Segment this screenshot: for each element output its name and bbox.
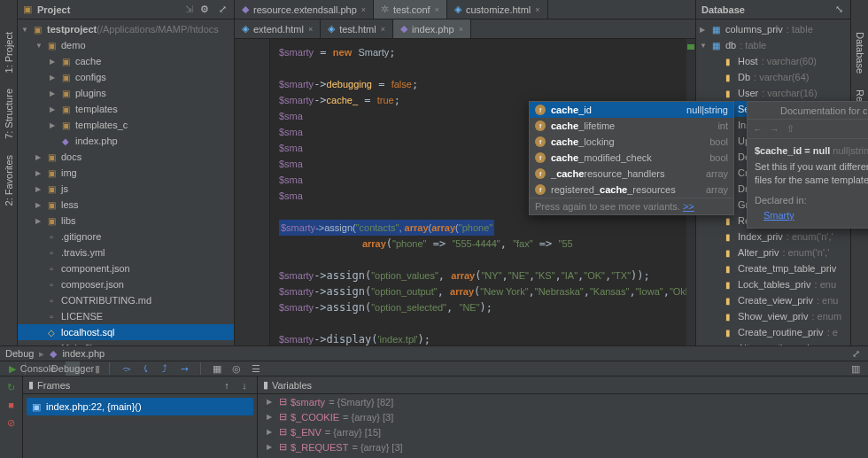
tree-row[interactable]: ▶▣less — [18, 197, 234, 213]
collapse-icon[interactable]: ⤡ — [833, 4, 845, 15]
left-tool-strip: 1: Project 7: Structure 2: Favorites — [0, 0, 18, 345]
gear-icon[interactable]: ⚙ — [198, 4, 211, 15]
editor-tab[interactable]: ◆index.php× — [393, 19, 471, 38]
variable-row[interactable]: ▶⊟ $_ENV = {array} [15] — [258, 424, 868, 439]
close-icon[interactable]: × — [308, 25, 313, 34]
variable-row[interactable]: ▶⊟ $_REQUEST = {array} [3] — [258, 439, 868, 454]
variable-row[interactable]: ▶⊟ $_COOKIE = {array} [3] — [258, 409, 868, 424]
frame-row[interactable]: ▣ index.php:22, {main}() — [27, 398, 253, 415]
doc-declared-link[interactable]: Smarty — [763, 209, 794, 222]
editor-tab[interactable]: ✲test.conf× — [374, 0, 447, 19]
doc-signature-name: $cache_id = null — [755, 145, 830, 156]
close-icon[interactable]: × — [435, 5, 439, 14]
tree-row[interactable]: ▶▣templates — [18, 101, 234, 117]
close-icon[interactable]: × — [381, 25, 385, 34]
tree-row[interactable]: ▶▣img — [18, 165, 234, 181]
db-tree-row[interactable]: ▶▦columns_priv: table — [696, 21, 850, 37]
doc-up-icon[interactable]: ⇧ — [787, 123, 794, 135]
close-icon[interactable]: × — [361, 5, 366, 14]
project-tree[interactable]: ▼▣testproject (/Applications/MAMP/htdocs… — [18, 19, 234, 345]
tree-row[interactable]: ▶▣plugins — [18, 85, 234, 101]
tool-tab-favorites[interactable]: 2: Favorites — [2, 150, 16, 211]
rerun-icon[interactable]: ↻ — [4, 380, 19, 394]
tool-tab-structure[interactable]: 7: Structure — [2, 83, 16, 144]
tree-row[interactable]: ▶▣templates_c — [18, 117, 234, 133]
doc-back-icon[interactable]: ← — [753, 124, 763, 135]
debugger-tab[interactable]: Debugger — [66, 361, 80, 376]
next-frame-icon[interactable]: ↓ — [237, 378, 252, 392]
db-tree-row[interactable]: ▮Alter_routine_priv: en — [696, 340, 850, 345]
tab-label: index.php — [412, 24, 454, 35]
db-tree-row[interactable]: ▼▦db: table — [696, 37, 850, 53]
tree-row[interactable]: ▼▣demo — [18, 37, 234, 53]
tree-row[interactable]: ◆index.php — [18, 133, 234, 149]
doc-declared-label: Declared in: — [755, 194, 868, 207]
completion-hint: Press again to see more variants. >> — [530, 198, 733, 214]
close-icon[interactable]: × — [535, 5, 539, 14]
php-icon: ◆ — [58, 136, 73, 146]
completion-item[interactable]: fcache_lifetimeint — [530, 118, 733, 134]
db-tree-row[interactable]: ▮Show_view_priv: enum — [696, 308, 850, 324]
tool-tab-database[interactable]: Database — [853, 27, 867, 79]
tree-row[interactable]: ▶▣js — [18, 181, 234, 197]
db-tree-row[interactable]: ▮Create_routine_priv: e — [696, 324, 850, 340]
editor-tab[interactable]: ◆resource.extendsall.php× — [235, 0, 374, 19]
completion-item[interactable]: fcache_lockingbool — [530, 134, 733, 150]
completion-item[interactable]: fcache_modified_checkbool — [530, 150, 733, 166]
mute-bp-icon[interactable]: ⊘ — [4, 415, 19, 430]
collapse-icon[interactable]: ⤢ — [849, 346, 863, 361]
tab-label: customize.html — [466, 4, 531, 15]
db-tree-row[interactable]: ▮Alter_priv: enum('n',' — [696, 245, 850, 260]
stop-icon[interactable]: ■ — [4, 398, 19, 412]
tree-row[interactable]: ▫CONTRIBUTING.md — [18, 292, 234, 308]
db-tree-row[interactable]: ▮Lock_tables_priv: enu — [696, 276, 850, 292]
completion-item[interactable]: f_cacheresource_handlersarray — [530, 166, 733, 182]
tree-row[interactable]: ▼▣testproject (/Applications/MAMP/htdocs — [18, 21, 234, 37]
run-to-cursor-icon[interactable]: ➙ — [177, 361, 191, 376]
step-over-icon[interactable]: ⤼ — [119, 361, 133, 376]
db-tree-row[interactable]: ▮Index_priv: enum('n',' — [696, 229, 850, 245]
db-tree-row[interactable]: ▮Create_tmp_table_priv — [696, 260, 850, 276]
completion-popup[interactable]: fcache_idnull|stringfcache_lifetimeintfc… — [529, 101, 734, 215]
doc-fwd-icon[interactable]: → — [770, 124, 779, 135]
editor-tab[interactable]: ◈customize.html× — [447, 0, 548, 19]
tool-tab-project[interactable]: 1: Project — [2, 27, 16, 78]
variable-row[interactable]: ▶⊟ $smarty = {Smarty} [82] — [258, 394, 868, 409]
watch-icon[interactable]: ◎ — [229, 361, 244, 376]
close-icon[interactable]: × — [459, 25, 463, 34]
completion-item[interactable]: fcache_idnull|string — [530, 102, 733, 118]
db-tree-row[interactable]: ▮User: varchar(16) — [696, 85, 850, 101]
settings-icon[interactable]: ☰ — [249, 361, 263, 376]
editor-tab[interactable]: ◈extend.html× — [235, 19, 321, 38]
more-variants-link[interactable]: >> — [683, 201, 694, 212]
file-icon: ▫ — [44, 344, 58, 346]
collapse-icon[interactable]: ⤢ — [216, 4, 229, 15]
db-tree-row[interactable]: ▮Host: varchar(60) — [696, 53, 850, 69]
tree-row[interactable]: ▫LICENSE — [18, 308, 234, 324]
editor-gutter[interactable] — [235, 39, 270, 345]
doc-signature-type: null|string — [833, 145, 868, 156]
console-tab[interactable]: Console — [31, 361, 45, 376]
tree-row[interactable]: ▫.gitignore — [18, 229, 234, 245]
tree-row[interactable]: ▫Makefile — [18, 340, 234, 345]
prev-frame-icon[interactable]: ↑ — [220, 378, 234, 392]
resume-icon[interactable]: ▶ — [5, 361, 19, 376]
editor-tab[interactable]: ◈test.html× — [321, 19, 393, 38]
debug-tab[interactable]: Debug — [5, 348, 34, 359]
step-out-icon[interactable]: ⤴ — [158, 361, 172, 376]
variable-row[interactable]: ▶⊟ $_SERVER = {array} [30] — [258, 454, 868, 458]
tree-row[interactable]: ▫component.json — [18, 260, 234, 276]
evaluate-icon[interactable]: ▦ — [210, 361, 224, 376]
tree-row[interactable]: ▫.travis.yml — [18, 245, 234, 260]
step-into-icon[interactable]: ⤹ — [138, 361, 152, 376]
db-tree-row[interactable]: ▮Db: varchar(64) — [696, 69, 850, 85]
tree-row[interactable]: ◇localhost.sql — [18, 324, 234, 340]
tree-row[interactable]: ▶▣docs — [18, 149, 234, 165]
tree-row[interactable]: ▶▣cache — [18, 53, 234, 69]
tree-row[interactable]: ▶▣libs — [18, 213, 234, 229]
db-tree-row[interactable]: ▮Create_view_priv: enu — [696, 292, 850, 308]
tree-row[interactable]: ▫composer.json — [18, 276, 234, 292]
tree-row[interactable]: ▶▣configs — [18, 69, 234, 85]
layout-icon[interactable]: ▥ — [849, 361, 863, 376]
completion-item[interactable]: fregistered_cache_resourcesarray — [530, 182, 733, 198]
